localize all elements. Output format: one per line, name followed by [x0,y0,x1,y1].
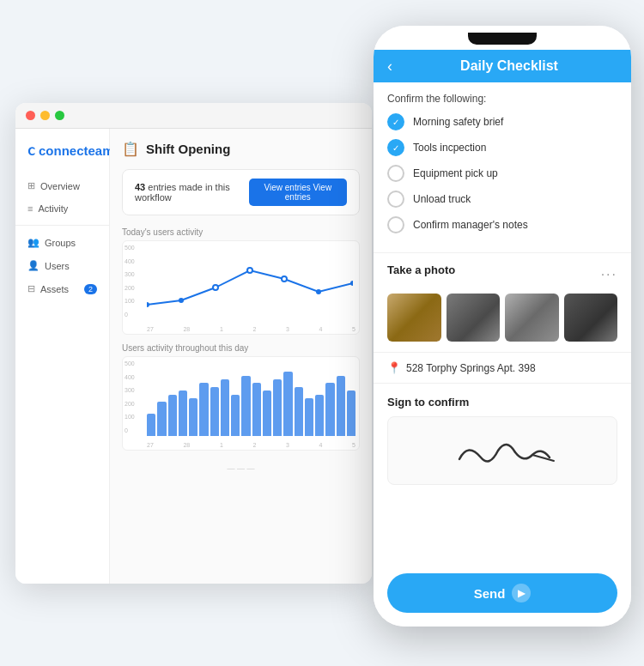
bar-item [221,379,229,436]
checklist-item-0-text: Morning safety brief [413,116,503,128]
sign-section-title: Sign to confirm [387,396,469,409]
svg-point-5 [316,289,321,294]
check-circle-3[interactable] [387,191,404,208]
bar-item [337,376,345,436]
sidebar-divider [15,225,109,226]
chart1-label: Today's users activity [122,227,360,237]
sidebar-item-groups-label: Groups [45,238,76,248]
grid-icon: ⊞ [27,180,35,191]
entries-bar: 43 entries made in this workflow View en… [122,169,360,215]
photo-thumb-3[interactable] [505,294,559,342]
checklist-item-3-text: Unload truck [413,193,471,205]
phone-screen: ‹ Daily Checklist Confirm the following:… [374,50,631,627]
svg-point-1 [179,298,184,303]
checklist-item-3[interactable]: Unload truck [387,191,617,208]
entries-text: 43 entries made in this workflow [135,182,249,203]
chart1-section: Today's users activity 500 400 300 200 1… [122,227,360,335]
sidebar-item-overview[interactable]: ⊞ Overview [15,174,109,197]
chart1-x-axis: 27 28 1 2 3 4 5 [147,326,355,332]
signature-area[interactable] [387,416,617,485]
maximize-dot[interactable] [55,111,64,120]
send-arrow-icon: ▶ [512,584,531,602]
check-circle-2[interactable] [387,165,404,182]
checklist-item-2[interactable]: Equipment pick up [387,165,617,182]
bar-item [263,391,271,436]
page-title: Shift Opening [146,142,230,156]
bar-item [231,395,240,436]
back-button[interactable]: ‹ [387,58,392,74]
chart2-box: 500 400 300 200 100 0 [122,356,360,451]
sidebar: ᴄ connecteam ⊞ Overview ≡ Activity 👥 Gro… [15,129,110,584]
photo-section: Take a photo ··· [374,253,631,353]
bar-item [157,402,166,436]
checklist-item-0[interactable]: ✓ Morning safety brief [387,113,617,130]
sidebar-item-assets-label: Assets [40,284,69,294]
view-entries-button[interactable]: View entries View entries [249,179,347,206]
sign-section: Sign to confirm [374,384,631,495]
svg-point-2 [213,285,218,290]
scroll-indicator: — — — [122,459,360,478]
svg-point-4 [282,276,287,282]
sidebar-item-overview-label: Overview [40,181,80,191]
logo-symbol: ᴄ [27,142,35,159]
more-options-icon[interactable]: ··· [601,267,617,282]
close-dot[interactable] [26,111,35,120]
users-icon: 👤 [27,260,39,271]
chart1-y-axis: 500 400 300 200 100 0 [125,245,135,318]
svg-point-6 [350,281,353,286]
signature-svg [442,425,562,476]
sidebar-item-assets[interactable]: ⊟ Assets 2 [15,277,109,300]
bar-item [305,398,313,436]
checklist-item-1[interactable]: ✓ Tools incpection [387,139,617,156]
photo-thumb-4[interactable] [564,294,618,342]
bar-item [210,387,219,436]
photo-section-title: Take a photo [387,263,455,276]
bar-item [295,387,303,436]
chart2-x-axis: 27 28 1 2 3 4 5 [147,442,355,448]
app-logo: ᴄ connecteam [15,142,109,174]
window-titlebar [15,103,372,129]
bar-item [189,398,197,436]
location-icon: 📍 [387,361,401,374]
bar-item [325,383,334,436]
bar-item [273,379,282,436]
shift-icon: 📋 [122,141,139,157]
svg-point-3 [247,268,252,273]
check-circle-0[interactable]: ✓ [387,113,404,130]
checklist-item-4[interactable]: Confirm manager's notes [387,216,617,233]
checklist-item-1-text: Tools incpection [413,142,486,154]
assets-badge: 2 [84,284,97,294]
entries-count: 43 [135,182,145,192]
bar-item [252,383,261,436]
app-header: ‹ Daily Checklist [374,50,631,82]
check-circle-4[interactable] [387,216,404,233]
window-body: ᴄ connecteam ⊞ Overview ≡ Activity 👥 Gro… [15,129,372,584]
photo-thumb-2[interactable] [447,294,501,342]
bar-item [283,372,292,436]
bar-item [168,395,177,436]
svg-point-0 [147,302,149,307]
sidebar-item-users-label: Users [45,261,70,271]
main-content: 📋 Shift Opening 43 entries made in this … [110,129,372,584]
checklist-item-4-text: Confirm manager's notes [413,219,528,231]
checklist-label: Confirm the following: [387,93,617,105]
bar-chart-area [147,360,355,436]
check-circle-1[interactable]: ✓ [387,139,404,156]
sidebar-item-activity[interactable]: ≡ Activity [15,197,109,220]
bar-item [147,414,155,436]
location-text: 528 Torphy Springs Apt. 398 [406,362,536,374]
bar-item [241,376,250,436]
send-button-label: Send [474,586,506,601]
list-icon: ≡ [27,203,33,214]
sidebar-item-groups[interactable]: 👥 Groups [15,231,109,254]
bar-item [347,391,355,436]
sidebar-item-users[interactable]: 👤 Users [15,254,109,277]
sidebar-item-activity-label: Activity [38,203,68,214]
photo-thumb-1[interactable] [387,294,441,342]
send-button[interactable]: Send ▶ [387,573,617,613]
phone-scrollable-content[interactable]: Confirm the following: ✓ Morning safety … [374,82,631,565]
minimize-dot[interactable] [40,111,50,120]
mobile-phone: ‹ Daily Checklist Confirm the following:… [374,26,631,627]
phone-notch [468,33,537,45]
line-chart-svg [147,245,353,318]
